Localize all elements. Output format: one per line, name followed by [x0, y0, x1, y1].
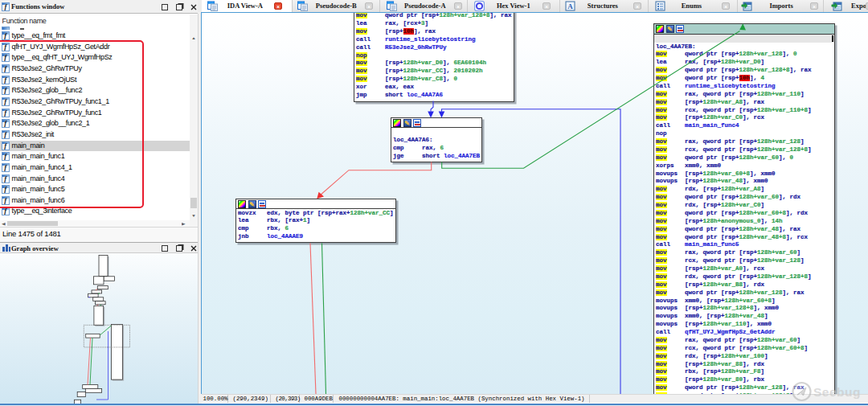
svg-text:Seebug: Seebug: [813, 385, 861, 399]
